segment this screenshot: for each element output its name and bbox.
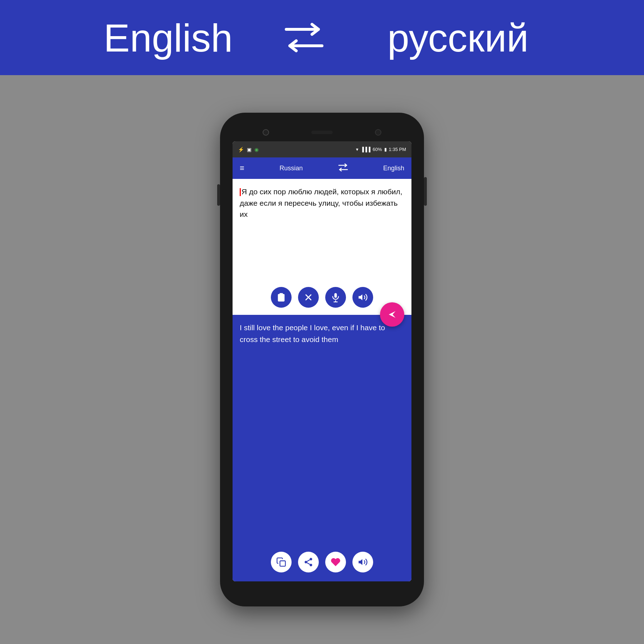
- svg-point-14: [305, 561, 307, 564]
- svg-marker-11: [389, 311, 396, 318]
- source-input-text[interactable]: Я до сих пор люблю людей, которых я люби…: [240, 186, 404, 283]
- translation-speaker-button[interactable]: [352, 552, 373, 572]
- toolbar-swap-icon[interactable]: [338, 164, 348, 173]
- app-toolbar: ≡ Russian English: [233, 157, 411, 179]
- text-cursor: [240, 188, 241, 196]
- favorite-button[interactable]: [325, 552, 346, 572]
- phone-front-camera: [263, 129, 269, 136]
- phone-volume-button: [217, 184, 220, 206]
- wifi-icon: ▾: [356, 147, 358, 152]
- mic-button[interactable]: [325, 287, 346, 308]
- phone-sensor: [375, 129, 381, 136]
- status-time: 1:35 PM: [389, 147, 406, 152]
- svg-marker-18: [358, 559, 362, 565]
- share-button[interactable]: [298, 552, 319, 572]
- source-speaker-button[interactable]: [352, 287, 373, 308]
- svg-point-15: [310, 564, 312, 566]
- menu-icon[interactable]: ≡: [240, 164, 244, 172]
- svg-rect-12: [280, 561, 286, 566]
- svg-line-17: [307, 560, 310, 562]
- translation-action-buttons: [240, 548, 404, 576]
- banner-swap-icon[interactable]: [275, 20, 333, 55]
- copy-button[interactable]: [271, 552, 292, 572]
- translation-output-text: I still love the people I love, even if …: [240, 322, 404, 548]
- clipboard-button[interactable]: [271, 287, 292, 308]
- clear-button[interactable]: [298, 287, 319, 308]
- banner-target-lang[interactable]: русский: [333, 15, 583, 60]
- svg-point-13: [310, 558, 312, 560]
- phone-earpiece: [311, 131, 333, 134]
- phone-screen: ⚡ ▣ ◉ ▾ ▐▐▐ 60% ▮ 1:35 PM ≡ Russian: [233, 141, 411, 581]
- svg-line-16: [307, 563, 310, 565]
- translation-area: I still love the people I love, even if …: [233, 315, 411, 581]
- phone-top-bar: [220, 123, 424, 141]
- gps-icon: ◉: [254, 147, 259, 152]
- status-bar: ⚡ ▣ ◉ ▾ ▐▐▐ 60% ▮ 1:35 PM: [233, 141, 411, 157]
- usb-icon: ⚡: [238, 147, 244, 152]
- top-banner: English русский: [0, 0, 644, 75]
- source-text-area[interactable]: Я до сих пор люблю людей, которых я люби…: [233, 179, 411, 315]
- screenshot-icon: ▣: [247, 147, 252, 152]
- background-area: ⚡ ▣ ◉ ▾ ▐▐▐ 60% ▮ 1:35 PM ≡ Russian: [0, 75, 644, 644]
- banner-source-lang[interactable]: English: [61, 15, 275, 60]
- toolbar-target-lang[interactable]: English: [383, 165, 404, 172]
- battery-percent: 60%: [373, 147, 382, 152]
- status-right-info: ▾ ▐▐▐ 60% ▮ 1:35 PM: [356, 147, 406, 152]
- battery-icon: ▮: [384, 147, 387, 152]
- source-action-buttons: [240, 283, 404, 309]
- phone-power-button: [424, 177, 427, 206]
- toolbar-source-lang[interactable]: Russian: [279, 165, 303, 172]
- svg-marker-10: [358, 294, 362, 300]
- svg-rect-7: [335, 293, 337, 298]
- phone-frame: ⚡ ▣ ◉ ▾ ▐▐▐ 60% ▮ 1:35 PM ≡ Russian: [220, 113, 424, 606]
- status-left-icons: ⚡ ▣ ◉: [238, 147, 259, 152]
- svg-rect-4: [279, 293, 283, 295]
- send-button[interactable]: [380, 302, 404, 327]
- signal-icon: ▐▐▐: [361, 147, 371, 152]
